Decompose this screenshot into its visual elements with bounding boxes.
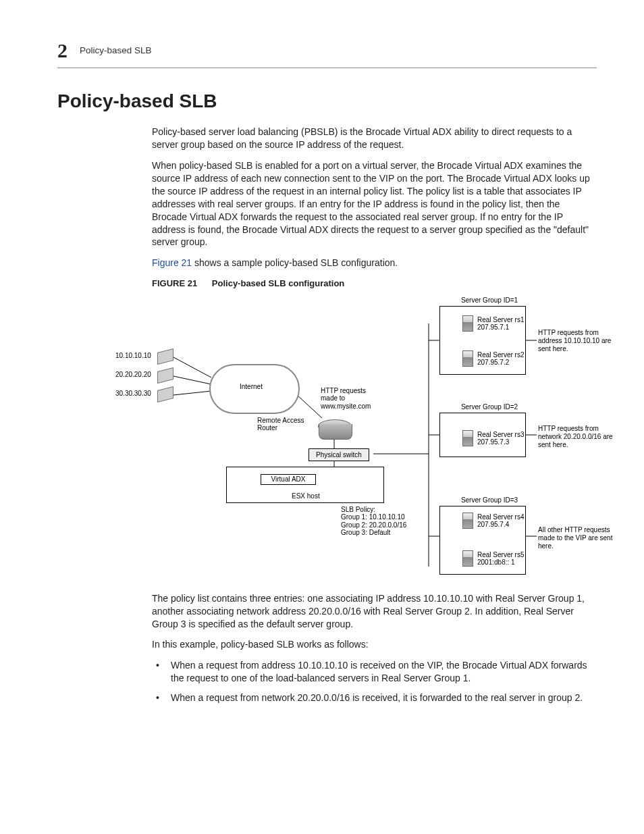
slb-policy-line: Group 2: 20.20.0.0/16 <box>341 521 429 529</box>
svg-line-1 <box>173 376 211 384</box>
page-header: 2 Policy-based SLB <box>57 37 597 68</box>
esx-host-label: ESX host <box>292 492 320 501</box>
group-annotation: HTTP requests from network 20.20.0.0/16 … <box>538 425 616 449</box>
client-ip: 10.10.10.10 <box>115 352 151 360</box>
internet-label: Internet <box>240 383 263 391</box>
server-name: Real Server rs5 <box>477 551 524 558</box>
paragraph-figref: Figure 21 shows a sample policy-based SL… <box>152 257 597 269</box>
server-ip: 207.95.7.3 <box>477 438 509 446</box>
figure-caption-label: FIGURE 21 <box>152 278 197 288</box>
paragraph-policy-list: The policy list contains three entries: … <box>152 592 597 631</box>
server-name: Real Server rs1 <box>477 316 524 323</box>
paragraph-description: When policy-based SLB is enabled for a p… <box>152 159 597 249</box>
figure-caption: FIGURE 21 Policy-based SLB configuration <box>152 278 597 290</box>
server-icon <box>462 315 473 332</box>
figure-caption-text: Policy-based SLB configuration <box>212 278 344 288</box>
slb-policy-title: SLB Policy: <box>341 506 429 514</box>
server-ip: 2001:db8:: 1 <box>477 558 515 566</box>
list-item: When a request from address 10.10.10.10 … <box>152 659 597 685</box>
svg-line-2 <box>173 391 211 395</box>
section-number: 2 <box>57 37 68 65</box>
server-group-title: Server Group ID=3 <box>449 496 530 504</box>
server-row: Real Server rs4207.95.7.4 <box>462 513 524 529</box>
esx-host-box: Virtual ADX ESX host <box>226 467 384 503</box>
group-annotation: All other HTTP requests made to the VIP … <box>538 526 616 550</box>
slb-policy-block: SLB Policy: Group 1: 10.10.10.10 Group 2… <box>341 506 429 537</box>
page-title: Policy-based SLB <box>57 88 597 114</box>
group-annotation: HTTP requests from address 10.10.10.10 a… <box>538 329 616 353</box>
server-icon <box>462 430 473 446</box>
server-ip: 207.95.7.1 <box>477 323 509 331</box>
virtual-adx-box: Virtual ADX <box>261 474 316 485</box>
slb-policy-line: Group 3: Default <box>341 529 429 537</box>
figure-ref-link[interactable]: Figure 21 <box>152 257 192 268</box>
running-title: Policy-based SLB <box>80 45 152 57</box>
router-label: Remote Access Router <box>257 417 304 432</box>
server-name: Real Server rs3 <box>477 431 524 438</box>
server-row: Real Server rs2207.95.7.2 <box>462 350 524 367</box>
figure-diagram: 10.10.10.10 20.20.20.20 30.30.30.30 Inte… <box>132 296 604 587</box>
svg-line-0 <box>173 357 211 377</box>
server-icon <box>462 513 473 529</box>
slb-policy-line: Group 1: 10.10.10.10 <box>341 513 429 521</box>
list-item: When a request from network 20.20.0.0/16… <box>152 692 597 704</box>
server-ip: 207.95.7.4 <box>477 521 509 528</box>
physical-switch: Physical switch <box>308 448 369 462</box>
server-row: Real Server rs52001:db8:: 1 <box>462 550 524 567</box>
svg-line-3 <box>296 394 322 418</box>
client-ip: 30.30.30.30 <box>115 390 151 398</box>
server-icon <box>462 550 473 567</box>
server-name: Real Server rs4 <box>477 513 524 521</box>
paragraph-intro: Policy-based server load balancing (PBSL… <box>152 126 597 151</box>
paragraph-example-lead: In this example, policy-based SLB works … <box>152 638 597 651</box>
server-row: Real Server rs3207.95.7.3 <box>462 430 524 446</box>
diagram-connectors <box>132 296 604 587</box>
client-ip: 20.20.20.20 <box>115 371 151 379</box>
server-ip: 207.95.7.2 <box>477 359 509 366</box>
server-group-title: Server Group ID=2 <box>449 403 530 411</box>
router-icon <box>318 419 352 433</box>
server-group-title: Server Group ID=1 <box>449 296 530 305</box>
figure-ref-tail: shows a sample policy-based SLB configur… <box>192 257 398 268</box>
server-icon <box>462 350 473 367</box>
server-name: Real Server rs2 <box>477 351 524 359</box>
http-requests-label: HTTP requests made to www.mysite.com <box>321 387 371 411</box>
server-row: Real Server rs1207.95.7.1 <box>462 315 524 332</box>
example-bullet-list: When a request from address 10.10.10.10 … <box>152 659 597 704</box>
